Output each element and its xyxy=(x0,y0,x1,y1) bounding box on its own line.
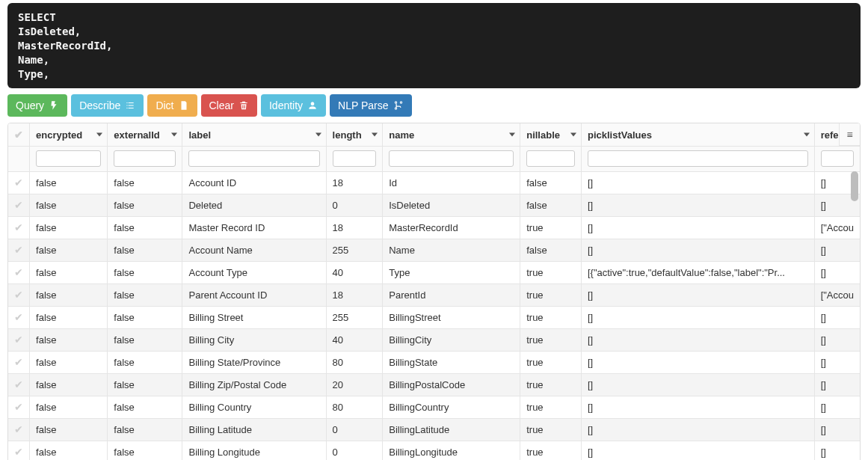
cell-nillable: true xyxy=(520,441,582,460)
vertical-scrollbar[interactable] xyxy=(851,171,858,460)
cell-externalid: false xyxy=(108,396,182,418)
table-row[interactable]: ✔falsefalseBilling State/Province80Billi… xyxy=(8,351,860,373)
grid-menu-button[interactable]: ≡ xyxy=(839,123,860,146)
cell-name: BillingState xyxy=(383,351,520,373)
identity-button[interactable]: Identity xyxy=(261,94,326,117)
cell-nillable: true xyxy=(520,216,582,239)
cell-picklist: [] xyxy=(581,216,814,239)
filter-row xyxy=(8,146,860,171)
nlp-parse-button[interactable]: NLP Parse xyxy=(330,94,411,117)
header-encrypted[interactable]: encrypted xyxy=(30,123,108,146)
cell-externalid: false xyxy=(108,418,182,441)
cell-externalid: false xyxy=(108,216,182,239)
filter-length-input[interactable] xyxy=(333,150,377,167)
check-icon: ✔ xyxy=(14,221,23,233)
table-row[interactable]: ✔falsefalseAccount ID18Idfalse[][] xyxy=(8,171,860,194)
chevron-down-icon xyxy=(372,133,378,137)
clear-button[interactable]: Clear xyxy=(201,94,257,117)
cell-encrypted: false xyxy=(30,306,108,328)
chevron-down-icon xyxy=(570,133,576,137)
row-select[interactable]: ✔ xyxy=(8,194,30,216)
cell-externalid: false xyxy=(108,373,182,396)
table-row[interactable]: ✔falsefalseBilling Zip/Postal Code20Bill… xyxy=(8,373,860,396)
header-nillable[interactable]: nillable xyxy=(520,123,582,146)
filter-name-input[interactable] xyxy=(389,150,514,167)
cell-label: Billing City xyxy=(182,328,326,351)
cell-picklist: [] xyxy=(581,171,814,194)
cell-length: 0 xyxy=(326,418,383,441)
cell-label: Master Record ID xyxy=(182,216,326,239)
row-select[interactable]: ✔ xyxy=(8,351,30,373)
row-select[interactable]: ✔ xyxy=(8,239,30,261)
sql-editor-panel[interactable]: SELECT IsDeleted, MasterRecordId, Name, … xyxy=(7,3,861,88)
filter-encrypted-input[interactable] xyxy=(36,150,101,167)
cell-encrypted: false xyxy=(30,441,108,460)
row-select[interactable]: ✔ xyxy=(8,283,30,306)
header-picklist[interactable]: picklistValues xyxy=(581,123,814,146)
filter-nillable-input[interactable] xyxy=(526,150,575,167)
query-button[interactable]: Query xyxy=(7,94,67,117)
chevron-down-icon xyxy=(804,133,810,137)
cell-encrypted: false xyxy=(30,373,108,396)
header-select-all[interactable]: ✔ xyxy=(8,123,30,146)
row-select[interactable]: ✔ xyxy=(8,306,30,328)
table-row[interactable]: ✔falsefalseParent Account ID18ParentIdtr… xyxy=(8,283,860,306)
table-row[interactable]: ✔falsefalseMaster Record ID18MasterRecor… xyxy=(8,216,860,239)
cell-label: Parent Account ID xyxy=(182,283,326,306)
chevron-down-icon xyxy=(171,133,177,137)
dict-button-label: Dict xyxy=(156,99,173,111)
row-select[interactable]: ✔ xyxy=(8,441,30,460)
filter-externalid-input[interactable] xyxy=(114,150,176,167)
query-button-label: Query xyxy=(16,99,44,111)
cell-externalid: false xyxy=(108,283,182,306)
header-label[interactable]: label xyxy=(182,123,326,146)
cell-picklist: [] xyxy=(581,239,814,261)
check-icon: ✔ xyxy=(14,199,23,211)
identity-button-label: Identity xyxy=(269,99,303,111)
cell-length: 40 xyxy=(326,261,383,283)
header-name[interactable]: name xyxy=(383,123,520,146)
check-icon: ✔ xyxy=(14,334,23,346)
row-select[interactable]: ✔ xyxy=(8,373,30,396)
header-length[interactable]: length xyxy=(326,123,383,146)
table-row[interactable]: ✔falsefalseBilling Latitude0BillingLatit… xyxy=(8,418,860,441)
toolbar: Query Describe Dict Clear Identity NLP P… xyxy=(0,93,868,123)
filter-reference-input[interactable] xyxy=(821,150,854,167)
row-select[interactable]: ✔ xyxy=(8,418,30,441)
header-externalid[interactable]: externalId xyxy=(108,123,182,146)
row-select[interactable]: ✔ xyxy=(8,216,30,239)
filter-picklist-input[interactable] xyxy=(588,150,808,167)
cell-externalid: false xyxy=(108,194,182,216)
cell-picklist: [] xyxy=(581,351,814,373)
describe-button[interactable]: Describe xyxy=(71,94,144,117)
row-select[interactable]: ✔ xyxy=(8,396,30,418)
hamburger-icon: ≡ xyxy=(846,129,852,141)
trash-icon xyxy=(238,100,249,111)
branch-icon xyxy=(393,100,404,111)
table-row[interactable]: ✔falsefalseBilling Street255BillingStree… xyxy=(8,306,860,328)
header-nillable-label: nillable xyxy=(526,129,560,141)
sql-text[interactable]: SELECT IsDeleted, MasterRecordId, Name, … xyxy=(18,10,850,81)
table-row[interactable]: ✔falsefalseBilling Longitude0BillingLong… xyxy=(8,441,860,460)
table-row[interactable]: ✔falsefalseDeleted0IsDeletedfalse[][] xyxy=(8,194,860,216)
cell-encrypted: false xyxy=(30,194,108,216)
cell-encrypted: false xyxy=(30,283,108,306)
header-encrypted-label: encrypted xyxy=(36,129,82,141)
cell-name: BillingLatitude xyxy=(383,418,520,441)
row-select[interactable]: ✔ xyxy=(8,328,30,351)
check-icon: ✔ xyxy=(14,177,23,188)
row-select[interactable]: ✔ xyxy=(8,171,30,194)
row-select[interactable]: ✔ xyxy=(8,261,30,283)
table-row[interactable]: ✔falsefalseAccount Name255Namefalse[][] xyxy=(8,239,860,261)
table-row[interactable]: ✔falsefalseBilling City40BillingCitytrue… xyxy=(8,328,860,351)
cell-length: 18 xyxy=(326,216,383,239)
describe-button-label: Describe xyxy=(79,99,120,111)
cell-label: Billing Zip/Postal Code xyxy=(182,373,326,396)
table-row[interactable]: ✔falsefalseAccount Type40Typetrue[{"acti… xyxy=(8,261,860,283)
header-reference-label: refe xyxy=(821,129,839,141)
table-row[interactable]: ✔falsefalseBilling Country80BillingCount… xyxy=(8,396,860,418)
filter-label-input[interactable] xyxy=(188,150,319,167)
vertical-scrollbar-thumb[interactable] xyxy=(851,171,858,201)
cell-name: IsDeleted xyxy=(383,194,520,216)
dict-button[interactable]: Dict xyxy=(147,94,197,117)
